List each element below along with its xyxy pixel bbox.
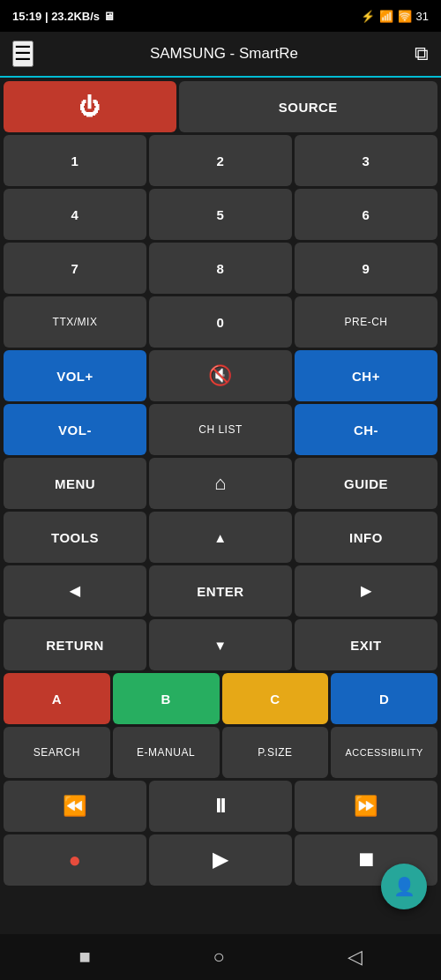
ch-list-button[interactable]: CH LIST [149,404,292,455]
status-icons: ⚡ 📶 🛜 31 [361,10,429,23]
row-media-transport: ⏪ ⏸ ⏩ [4,781,437,832]
row-vol-chlist: VOL- CH LIST CH- [4,404,437,455]
accessibility-button[interactable]: Accessibility [331,727,437,778]
btn-1[interactable]: 1 [4,135,146,186]
fast-forward-button[interactable]: ⏩ [295,781,437,832]
up-arrow-icon: ▲ [213,530,227,545]
hamburger-menu-button[interactable]: ☰ [12,41,34,67]
psize-button[interactable]: P.SIZE [222,727,329,778]
btn-9[interactable]: 9 [295,243,437,294]
nav-square-button[interactable]: ■ [78,946,90,969]
mute-button[interactable]: 🔇 [149,350,292,401]
row-return-exit: RETURN ▼ EXIT [4,619,437,670]
source-label: SOURCE [279,100,338,115]
play-icon: ▶ [213,849,228,872]
bluetooth-icon: ⚡ [361,10,375,23]
row-record-play: ● ▶ ⏹ [4,834,437,886]
power-icon: ⏻ [79,94,101,119]
status-bar: 15:19 | 23.2KB/s 🖥 ⚡ 📶 🛜 31 [0,0,441,32]
dpad-down-button[interactable]: ▼ [149,619,292,670]
row-4-6: 4 5 6 [4,189,437,240]
btn-8[interactable]: 8 [149,243,292,294]
signal-icon: 📶 [379,10,393,23]
dpad-right-button[interactable]: ▶ [295,565,437,617]
btn-5[interactable]: 5 [149,189,292,240]
record-button[interactable]: ● [4,834,146,886]
circle-icon: ○ [213,946,224,968]
screen-icon: 🖥 [103,10,115,23]
bottom-nav-bar: ■ ○ ◁ [0,934,441,980]
pause-icon: ⏸ [211,795,231,818]
dpad-up-button[interactable]: ▲ [149,512,292,563]
menu-button[interactable]: MENU [4,458,146,509]
fab-contact-button[interactable]: 👤 [381,864,427,909]
back-arrow-icon: ◁ [348,946,363,968]
nav-back-button[interactable]: ◁ [348,946,363,969]
vol-up-button[interactable]: VOL+ [4,350,146,401]
down-arrow-icon: ▼ [213,638,227,653]
emanual-button[interactable]: e-Manual [113,727,220,778]
home-icon: ⌂ [214,472,227,495]
mute-icon: 🔇 [208,364,233,387]
record-icon: ● [69,848,82,872]
search-button[interactable]: SEARCH [4,727,110,778]
row-dpad-enter: ◀ ENTER ▶ [4,565,437,617]
btn-2[interactable]: 2 [149,135,292,186]
fast-forward-icon: ⏩ [354,795,378,818]
nav-circle-button[interactable]: ○ [213,946,224,969]
ch-down-button[interactable]: CH- [295,404,437,455]
power-button[interactable]: ⏻ [4,81,176,132]
vol-down-button[interactable]: VOL- [4,404,146,455]
row-1-3: 1 2 3 [4,135,437,186]
rewind-button[interactable]: ⏪ [4,781,146,832]
status-time-network: 15:19 | 23.2KB/s 🖥 [12,10,115,23]
remote-control-body: ⏻ SOURCE 1 2 3 4 5 6 7 8 9 TTX/MIX 0 PRE… [0,78,441,934]
app-title: SAMSUNG - SmartRe [150,45,298,63]
tools-button[interactable]: TOOLS [4,512,146,563]
battery: 31 [416,10,429,23]
copy-icon[interactable]: ⧉ [415,42,429,65]
btn-4[interactable]: 4 [4,189,146,240]
return-button[interactable]: RETURN [4,619,146,670]
color-b-button[interactable]: B [113,673,220,724]
time: 15:19 [12,10,41,23]
square-icon: ■ [78,946,90,968]
row-ttx-prech: TTX/MIX 0 PRE-CH [4,296,437,348]
person-icon: 👤 [393,876,415,897]
wifi-icon: 🛜 [398,10,412,23]
guide-button[interactable]: GUIDE [295,458,437,509]
ttx-mix-button[interactable]: TTX/MIX [4,296,146,348]
right-arrow-icon: ▶ [361,583,372,599]
rewind-icon: ⏪ [63,795,87,818]
ch-up-button[interactable]: CH+ [295,350,437,401]
home-button[interactable]: ⌂ [149,458,292,509]
row-color-buttons: A B C D [4,673,437,724]
color-a-button[interactable]: A [4,673,110,724]
play-button[interactable]: ▶ [149,834,292,886]
row-7-9: 7 8 9 [4,243,437,294]
exit-button[interactable]: EXIT [295,619,437,670]
row-power-source: ⏻ SOURCE [4,81,437,132]
btn-3[interactable]: 3 [295,135,437,186]
stop-icon: ⏹ [356,849,377,872]
network-speed: 23.2KB/s [51,10,100,23]
btn-7[interactable]: 7 [4,243,146,294]
info-button[interactable]: INFO [295,512,437,563]
pre-ch-button[interactable]: PRE-CH [295,296,437,348]
left-arrow-icon: ◀ [70,583,81,599]
dpad-left-button[interactable]: ◀ [4,565,146,617]
btn-0[interactable]: 0 [149,296,292,348]
row-menu-guide: MENU ⌂ GUIDE [4,458,437,509]
color-c-button[interactable]: C [222,673,329,724]
pause-button[interactable]: ⏸ [149,781,292,832]
enter-button[interactable]: ENTER [149,565,292,617]
row-tools-info: TOOLS ▲ INFO [4,512,437,563]
row-vol-ch: VOL+ 🔇 CH+ [4,350,437,401]
color-d-button[interactable]: D [331,673,437,724]
source-button[interactable]: SOURCE [179,81,437,132]
top-bar: ☰ SAMSUNG - SmartRe ⧉ [0,32,441,78]
row-search-etc: SEARCH e-Manual P.SIZE Accessibility [4,727,437,778]
btn-6[interactable]: 6 [295,189,437,240]
